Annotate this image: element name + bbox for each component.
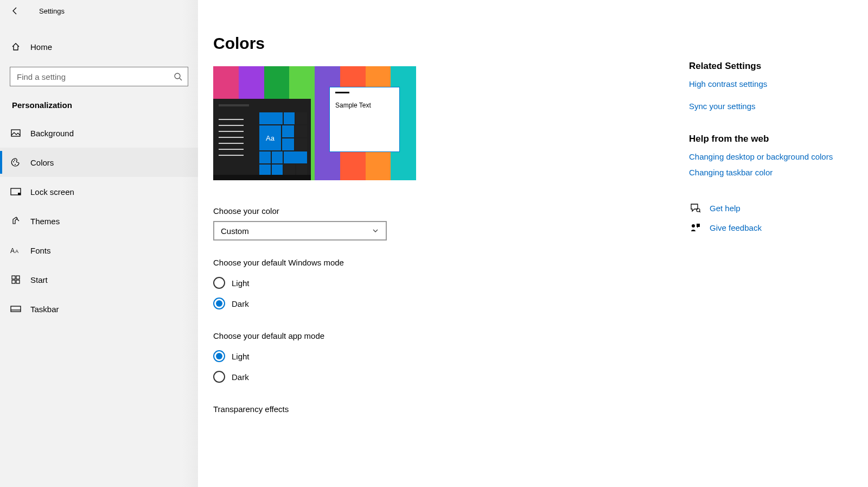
home-label: Home — [30, 42, 52, 52]
svg-line-5 — [180, 78, 182, 80]
preview-tile-text: Aa — [259, 125, 281, 150]
radio-icon — [213, 298, 225, 309]
nav-label: Background — [30, 129, 74, 138]
section-label: Personalization — [0, 86, 198, 118]
app-mode-light-radio[interactable]: Light — [213, 350, 868, 362]
choose-color-select[interactable]: Custom — [213, 221, 387, 241]
app-mode-dark-radio[interactable]: Dark — [213, 371, 868, 383]
radio-label: Light — [232, 279, 250, 288]
windows-mode-label: Choose your default Windows mode — [213, 258, 868, 267]
taskbar-icon — [10, 306, 22, 312]
svg-point-22 — [692, 224, 695, 227]
palette-icon — [10, 157, 22, 167]
sidebar-item-start[interactable]: Start — [0, 265, 198, 294]
link-changing-desktop-colors[interactable]: Changing desktop or background colors — [689, 151, 846, 162]
titlebar: Settings — [0, 0, 198, 22]
svg-line-21 — [699, 211, 700, 212]
sidebar-item-colors[interactable]: Colors — [0, 148, 198, 177]
related-settings-heading: Related Settings — [689, 61, 846, 72]
sidebar: Settings Home Personalization Background… — [0, 0, 198, 487]
start-icon — [10, 275, 22, 284]
help-icon — [689, 203, 702, 213]
search-box[interactable] — [10, 67, 188, 86]
app-title: Settings — [39, 7, 65, 15]
home-icon — [10, 42, 22, 52]
windows-mode-dark-radio[interactable]: Dark — [213, 298, 868, 309]
lock-screen-icon — [10, 188, 22, 195]
sidebar-item-home[interactable]: Home — [0, 34, 198, 59]
back-arrow-icon — [11, 7, 20, 15]
svg-rect-18 — [11, 306, 21, 312]
svg-point-4 — [175, 73, 180, 79]
search-container — [0, 59, 198, 86]
svg-rect-11 — [18, 193, 21, 195]
preview-start-panel: Aa — [213, 99, 311, 180]
help-heading: Help from the web — [689, 134, 846, 144]
svg-text:A: A — [10, 247, 15, 255]
fonts-icon: AA — [10, 246, 22, 255]
radio-label: Dark — [232, 372, 249, 382]
get-help-link[interactable]: Get help — [710, 204, 741, 213]
radio-icon — [213, 350, 225, 362]
svg-rect-17 — [16, 280, 20, 283]
svg-point-7 — [13, 161, 14, 162]
sidebar-item-lock-screen[interactable]: Lock screen — [0, 177, 198, 206]
nav-label: Taskbar — [30, 305, 59, 314]
get-help-row[interactable]: Get help — [689, 203, 846, 213]
svg-rect-6 — [11, 130, 20, 136]
nav-label: Fonts — [30, 246, 51, 255]
radio-icon — [213, 371, 225, 383]
themes-icon — [10, 216, 22, 226]
link-sync-settings[interactable]: Sync your settings — [689, 100, 846, 112]
sidebar-item-themes[interactable]: Themes — [0, 206, 198, 236]
color-preview: Aa — [213, 66, 416, 180]
picture-icon — [10, 129, 22, 137]
svg-text:A: A — [15, 249, 18, 254]
nav-list: Background Colors Lock screen Themes AA … — [0, 118, 198, 324]
right-rail: Related Settings High contrast settings … — [689, 61, 846, 232]
sidebar-item-fonts[interactable]: AA Fonts — [0, 236, 198, 265]
link-changing-taskbar-color[interactable]: Changing taskbar color — [689, 167, 846, 178]
search-input[interactable] — [10, 67, 188, 86]
preview-sample-text: Sample Text — [335, 102, 371, 109]
page-title: Colors — [213, 34, 868, 53]
give-feedback-link[interactable]: Give feedback — [710, 223, 762, 232]
svg-point-8 — [14, 160, 15, 161]
svg-rect-15 — [16, 276, 20, 279]
feedback-icon — [689, 223, 702, 232]
svg-rect-16 — [12, 280, 15, 283]
link-high-contrast[interactable]: High contrast settings — [689, 78, 846, 90]
windows-mode-light-radio[interactable]: Light — [213, 277, 868, 289]
svg-rect-14 — [12, 276, 15, 279]
radio-label: Light — [232, 352, 250, 361]
search-icon — [174, 72, 182, 81]
radio-icon — [213, 277, 225, 289]
app-mode-label: Choose your default app mode — [213, 331, 868, 340]
nav-label: Themes — [30, 217, 60, 226]
nav-label: Colors — [30, 158, 54, 167]
give-feedback-row[interactable]: Give feedback — [689, 223, 846, 232]
preview-window: Sample Text — [329, 87, 400, 152]
nav-label: Lock screen — [30, 187, 74, 197]
sidebar-item-taskbar[interactable]: Taskbar — [0, 294, 198, 324]
transparency-label: Transparency effects — [213, 404, 868, 414]
back-button[interactable] — [10, 5, 21, 16]
chevron-down-icon — [372, 227, 379, 235]
svg-point-9 — [15, 164, 16, 165]
nav-label: Start — [30, 275, 48, 284]
sidebar-item-background[interactable]: Background — [0, 118, 198, 148]
radio-label: Dark — [232, 299, 249, 308]
choose-color-value: Custom — [221, 226, 249, 236]
